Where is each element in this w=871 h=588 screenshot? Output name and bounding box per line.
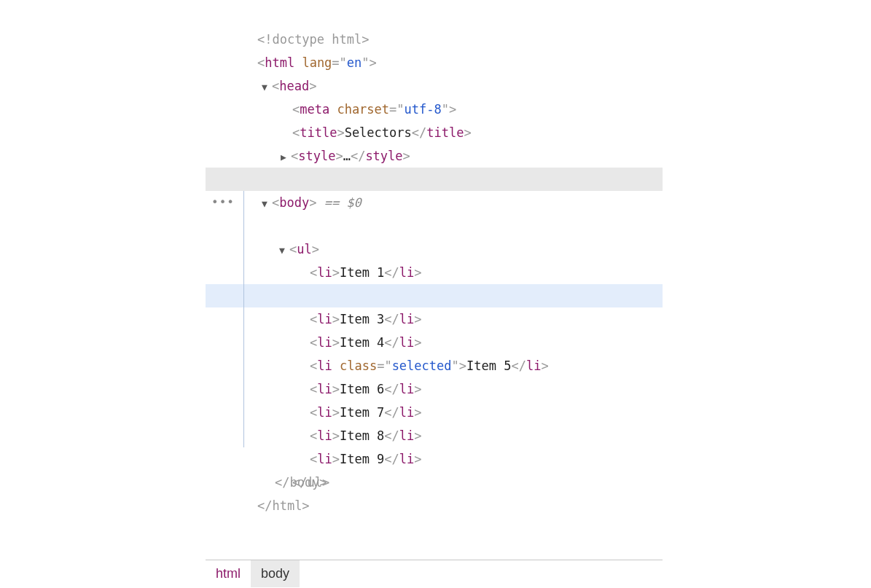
style-line[interactable]: <style>…</style> <box>206 121 663 144</box>
breadcrumb-bar: html body <box>206 560 663 587</box>
body-open-line[interactable]: •••<body> == $0 <box>206 168 663 191</box>
breadcrumb-body[interactable]: body <box>251 560 300 587</box>
breadcrumb-html[interactable]: html <box>206 560 251 587</box>
li-line-8[interactable]: <li>Item 8</li> <box>206 377 663 401</box>
html-open-line[interactable]: <html lang="en"> <box>206 28 663 51</box>
ul-open-line[interactable]: <ul> <box>206 191 663 214</box>
html-close: </html> <box>257 498 310 513</box>
html-close-line[interactable]: </html> <box>206 471 663 494</box>
dom-tree: <!doctype html> <html lang="en"> <head> … <box>206 4 663 494</box>
li-line-3[interactable]: <li>Item 3</li> <box>206 261 663 284</box>
ul-close-line[interactable]: </ul> <box>206 424 663 447</box>
li-line-9[interactable]: <li>Item 9</li> <box>206 401 663 424</box>
li-line-6[interactable]: <li>Item 6</li> <box>206 331 663 354</box>
doctype-line[interactable]: <!doctype html> <box>206 4 663 28</box>
meta-line[interactable]: <meta charset="utf-8"> <box>206 74 663 98</box>
li-line-5[interactable]: <li class="selected">Item 5</li> <box>206 307 663 331</box>
li-line-1[interactable]: <li>Item 1</li> <box>206 214 663 238</box>
head-open-line[interactable]: <head> <box>206 51 663 74</box>
li-line-7[interactable]: <li>Item 7</li> <box>206 354 663 377</box>
body-close-line[interactable]: </body> <box>206 447 663 471</box>
li-line-2[interactable]: <li>Item 2</li> <box>206 238 663 261</box>
li-line-4[interactable]: <li>Item 4</li> <box>206 284 663 307</box>
title-line[interactable]: <title>Selectors</title> <box>206 98 663 121</box>
head-close-line[interactable]: </head> <box>206 144 663 168</box>
